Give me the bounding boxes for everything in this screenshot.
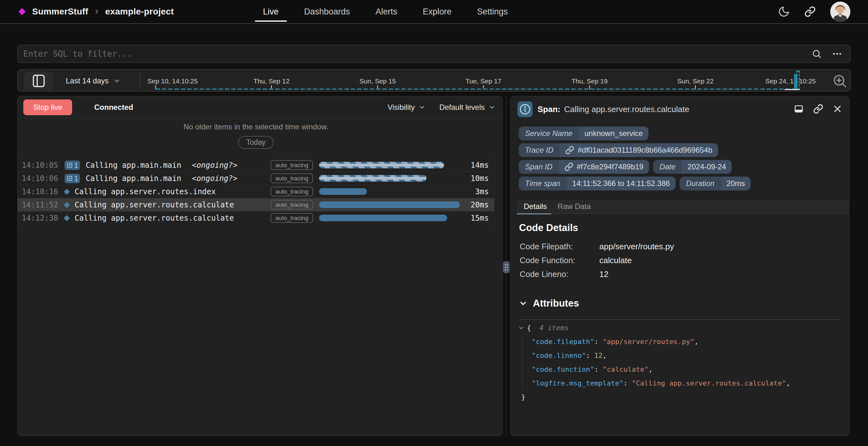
panel-resize-handle[interactable]: [503, 261, 509, 273]
log-row[interactable]: 14:12:38 Calling app.server.routes.calcu…: [18, 212, 494, 225]
duration-value: 15ms: [470, 214, 489, 223]
duration-bar: [319, 215, 447, 221]
stop-live-button[interactable]: Stop live: [23, 99, 72, 115]
timeline-label: Sun, Sep 22: [677, 77, 714, 85]
auto-tracing-tag: auto_tracing: [271, 173, 313, 183]
sql-filter-bar: [17, 45, 851, 63]
share-link-icon[interactable]: [804, 6, 816, 17]
pill-value: #df01acad0311189c8b66a466d969654b: [560, 143, 718, 157]
auto-tracing-tag: auto_tracing: [271, 213, 313, 223]
time-range-select[interactable]: Last 14 days: [66, 70, 121, 92]
nav-tab-dashboards[interactable]: Dashboards: [304, 0, 350, 23]
link-icon: [565, 146, 574, 155]
json-entry: "code.function": "calculate",: [519, 362, 790, 377]
duration-bar: [319, 162, 444, 168]
code-detail-label: Code Function:: [520, 256, 599, 265]
duration-value: 3ms: [475, 187, 489, 196]
nav-tab-live[interactable]: Live: [263, 0, 279, 23]
json-close-brace: }: [521, 393, 525, 401]
span-title: Span:Calling app.server.routes.calculate: [538, 101, 689, 117]
dark-mode-moon-icon[interactable]: [778, 6, 790, 18]
auto-tracing-tag: auto_tracing: [271, 187, 313, 196]
badge-count: 1: [74, 175, 78, 183]
duration-value: 20ms: [470, 200, 489, 209]
expand-plus-icon: [66, 162, 73, 168]
default-levels-label: Default levels: [439, 103, 485, 112]
default-levels-dropdown[interactable]: Default levels: [439, 103, 495, 112]
close-icon[interactable]: [833, 104, 842, 114]
collapsed-spans-badge[interactable]: 1: [65, 161, 80, 170]
timeline-live-cursor: [797, 71, 800, 90]
duration-bar: [319, 201, 460, 208]
log-row-selected[interactable]: 14:11:52 Calling app.server.routes.calcu…: [18, 198, 494, 212]
trace-id-pill[interactable]: Trace ID #df01acad0311189c8b66a466d96965…: [519, 143, 718, 157]
duration-pill: Duration 20ms: [680, 177, 750, 190]
span-diamond-icon: [63, 215, 70, 222]
empty-section: No older items in the selected time wind…: [18, 119, 494, 159]
duration-value: 14ms: [470, 161, 489, 170]
span-meta-pills: Service Name unknown_service Trace ID #d…: [519, 127, 750, 190]
span-id-pill[interactable]: Span ID #f7c8e294f7489b19: [519, 160, 649, 174]
collapsed-spans-badge[interactable]: 1: [65, 174, 80, 183]
breadcrumb: SummerStuff example-project: [17, 0, 174, 23]
code-details-heading: Code Details: [519, 222, 578, 233]
nav-tab-explore[interactable]: Explore: [423, 0, 452, 23]
date-pill: Date 2024-09-24: [653, 160, 732, 174]
log-time: 14:10:06: [22, 174, 58, 183]
user-avatar[interactable]: [830, 2, 850, 22]
chevron-down-icon: [519, 299, 528, 308]
log-time: 14:11:52: [22, 200, 58, 209]
grip-dots-icon: [504, 264, 508, 271]
json-items-note: 4 items: [531, 324, 568, 332]
pill-value: 14:11:52.366 to 14:11:52.386: [567, 177, 676, 190]
today-button[interactable]: Today: [238, 136, 274, 149]
code-detail-label: Code Lineno:: [520, 269, 599, 279]
span-detail-panel: Span:Calling app.server.routes.calculate…: [510, 96, 849, 436]
attributes-json-viewer: { 4 items "code.filepath": "app/server/r…: [519, 321, 790, 404]
span-title-prefix: Span:: [538, 104, 560, 114]
breadcrumb-org[interactable]: SummerStuff: [32, 7, 88, 17]
top-nav: SummerStuff example-project Live Dashboa…: [0, 0, 868, 24]
auto-tracing-tag: auto_tracing: [271, 200, 313, 210]
nav-tab-settings[interactable]: Settings: [477, 0, 508, 23]
visibility-label: Visibility: [388, 103, 415, 112]
ongoing-marker: <ongoing?>: [192, 174, 238, 183]
nav-tab-alerts[interactable]: Alerts: [375, 0, 397, 23]
sidebar-toggle-button[interactable]: [24, 72, 53, 90]
pill-value: unknown_service: [579, 127, 649, 140]
duration-bar: [319, 175, 427, 182]
copy-link-icon[interactable]: [813, 104, 823, 114]
span-diamond-icon: [63, 201, 70, 209]
attributes-heading[interactable]: Attributes: [519, 298, 579, 309]
log-row[interactable]: 14:10:06 1 Calling app.main.main<ongoing…: [18, 172, 494, 185]
tab-details[interactable]: Details: [524, 202, 547, 211]
dock-panel-icon[interactable]: [794, 104, 804, 114]
expand-plus-icon: [66, 175, 73, 182]
chevron-down-icon: [418, 104, 426, 111]
code-detail-label: Code Filepath:: [520, 242, 599, 251]
attributes-heading-text: Attributes: [533, 298, 579, 309]
log-message: Calling app.main.main<ongoing?>: [86, 174, 238, 183]
code-details-rows: Code Filepath: app/server/routes.py Code…: [520, 242, 674, 279]
timeline-divider: [140, 72, 141, 89]
breadcrumb-project[interactable]: example-project: [105, 7, 174, 17]
pill-value: 2024-09-24: [682, 160, 732, 174]
zoom-in-icon[interactable]: [832, 73, 847, 89]
log-message: Calling app.server.routes.calculate: [75, 200, 234, 209]
visibility-dropdown[interactable]: Visibility: [388, 103, 426, 112]
time-span-pill: Time span 14:11:52.366 to 14:11:52.386: [519, 177, 676, 190]
search-icon[interactable]: [812, 49, 822, 59]
tab-raw-data[interactable]: Raw Data: [557, 202, 591, 211]
log-row[interactable]: 14:10:16 Calling app.server.routes.index…: [18, 185, 494, 198]
pill-label: Date: [653, 160, 682, 174]
timeline-label-start: Sep 10, 14:10:25: [147, 77, 198, 85]
log-row[interactable]: 14:10:05 1 Calling app.main.main<ongoing…: [18, 159, 494, 172]
pill-label: Span ID: [519, 160, 559, 174]
json-collapse-caret[interactable]: [518, 325, 524, 331]
more-options-icon[interactable]: [832, 49, 842, 59]
chevron-down-icon: [113, 77, 121, 85]
pill-label: Trace ID: [519, 143, 560, 157]
timeline-label: Tue, Sep 17: [465, 77, 501, 85]
pill-label: Service Name: [519, 127, 579, 140]
sql-filter-input[interactable]: [18, 45, 812, 62]
